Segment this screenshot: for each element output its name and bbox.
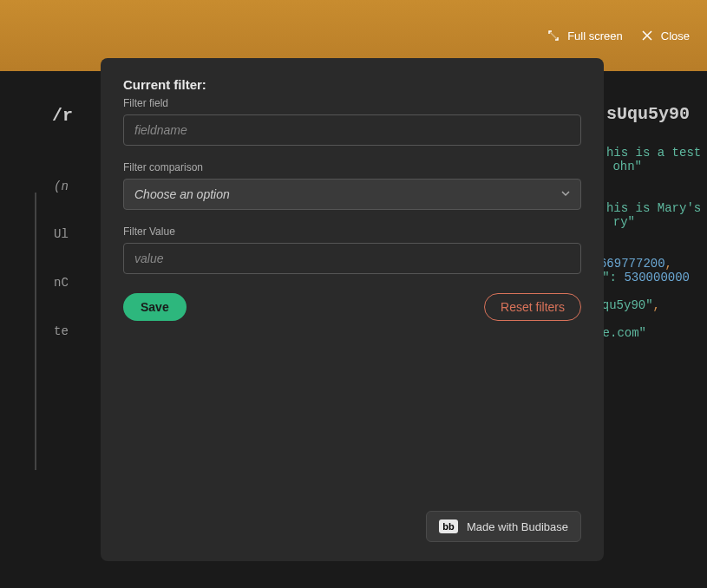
save-button[interactable]: Save bbox=[123, 293, 187, 321]
bg-frag-2: nC bbox=[54, 276, 69, 290]
code-str: ": bbox=[602, 271, 624, 284]
code-str: ohn" bbox=[612, 160, 642, 173]
button-row: Save Reset filters bbox=[123, 293, 581, 321]
filter-field-label: Filter field bbox=[123, 97, 581, 109]
title-fragment: sUqu5y90 bbox=[606, 104, 690, 124]
filter-value-input[interactable] bbox=[123, 243, 581, 274]
budibase-badge[interactable]: bb Made with Budibase bbox=[426, 511, 581, 542]
close-label: Close bbox=[661, 29, 690, 42]
code-str: ry" bbox=[613, 215, 635, 229]
filter-value-group: Filter Value bbox=[123, 225, 581, 274]
filter-modal: Current filter: Filter field Filter comp… bbox=[101, 58, 604, 561]
fullscreen-button[interactable]: Full screen bbox=[547, 29, 623, 42]
filter-field-input[interactable] bbox=[123, 114, 581, 146]
path-prefix: /r bbox=[52, 106, 73, 126]
left-border bbox=[35, 193, 36, 470]
modal-title: Current filter: bbox=[123, 77, 581, 92]
code-str: e.com" bbox=[603, 326, 646, 340]
fullscreen-icon bbox=[547, 29, 560, 42]
filter-value-label: Filter Value bbox=[123, 225, 581, 238]
bg-frag-3: te bbox=[54, 324, 69, 338]
code-num: 530000000 bbox=[624, 271, 690, 284]
close-button[interactable]: Close bbox=[640, 29, 690, 42]
filter-comparison-select[interactable]: Choose an option bbox=[123, 179, 581, 210]
close-icon bbox=[640, 29, 654, 42]
bg-frag-1: Ul bbox=[54, 227, 69, 241]
paren-fragment: (n bbox=[54, 180, 69, 193]
filter-field-group: Filter field bbox=[123, 97, 581, 146]
reset-filters-button[interactable]: Reset filters bbox=[484, 293, 581, 321]
budibase-logo-icon: bb bbox=[439, 519, 458, 533]
select-wrap: Choose an option bbox=[123, 179, 581, 210]
fullscreen-label: Full screen bbox=[567, 29, 623, 42]
filter-comparison-group: Filter comparison Choose an option bbox=[123, 161, 581, 210]
badge-text: Made with Budibase bbox=[467, 520, 568, 533]
filter-comparison-label: Filter comparison bbox=[123, 161, 581, 173]
